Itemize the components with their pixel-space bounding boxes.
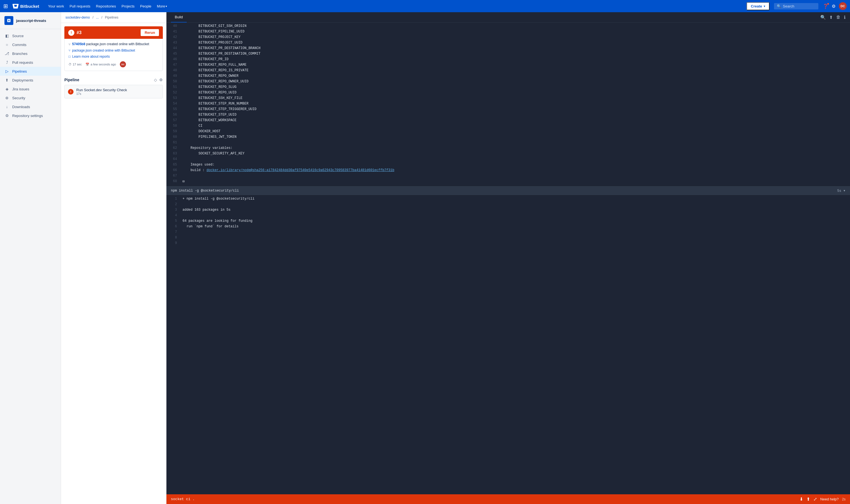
build-header: ! #3 Rerun — [64, 26, 163, 39]
sidebar-item-label: Pipelines — [12, 69, 27, 73]
scroll-up-icon[interactable]: ⬆ — [806, 497, 810, 502]
sidebar-item-branches[interactable]: ⎇ Branches — [0, 49, 61, 58]
build-meta: ⏱ 17 sec 📅 a few seconds ago DC — [69, 61, 159, 67]
pipeline-section-title: Pipeline — [64, 78, 79, 82]
create-chevron-icon: ▾ — [764, 5, 765, 8]
bottom-cmd: socket ci . — [171, 497, 796, 501]
calendar-icon: 📅 — [85, 62, 89, 66]
search-log-icon[interactable]: 🔍 — [820, 15, 826, 20]
sub-log-line: 9 — [167, 241, 850, 247]
commit-hash[interactable]: 57405b8 — [72, 42, 85, 46]
expand-icon[interactable]: ▾ — [843, 188, 846, 193]
expand-fullscreen-icon[interactable]: ⤢ — [813, 497, 817, 502]
pipeline-section: Pipeline ◇ ⚙ ! Run Socket.dev Security C… — [61, 74, 166, 102]
sidebar-item-label: Branches — [12, 52, 28, 56]
build-log-actions: 🔍 ⬆ 🗑 ℹ — [820, 15, 846, 20]
repo-icon — [4, 16, 13, 25]
delete-icon[interactable]: 🗑 — [836, 15, 840, 20]
log-line: 49 BITBUCKET_REPO_OWNER — [167, 74, 850, 79]
report-icon: □ — [69, 55, 70, 58]
breadcrumb-repo[interactable]: socketdev-demo — [66, 16, 90, 19]
sidebar-item-downloads[interactable]: ↓ Downloads — [0, 102, 61, 111]
search-bar[interactable]: 🔍 Search — [774, 3, 818, 10]
help-icon[interactable]: ❓ — [823, 4, 828, 9]
sidebar-item-commits[interactable]: ○ Commits — [0, 40, 61, 49]
rerun-button[interactable]: Rerun — [141, 29, 159, 36]
duration: ⏱ 17 sec — [69, 62, 82, 66]
notification-dot — [827, 3, 829, 5]
main-layout: javascript-threats ◧ Source ○ Commits ⎇ … — [0, 12, 850, 504]
build-avatar: DC — [120, 61, 126, 67]
step-time: 17s — [76, 92, 159, 95]
bottom-time: 2s — [842, 497, 846, 501]
nav-links: Your work Pull requests Repositories Pro… — [46, 3, 169, 10]
breadcrumb: socketdev-demo / ... / Pipelines — [61, 12, 166, 23]
build-card: ! #3 Rerun ⑂ 57405b8 package.json create… — [64, 26, 163, 71]
create-button[interactable]: Create ▾ — [747, 2, 769, 10]
log-line: 50 BITBUCKET_REPO_OWNER_UUID — [167, 79, 850, 85]
help-text[interactable]: Need help? — [820, 497, 839, 501]
build-title: ! #3 — [68, 30, 82, 36]
log-line: 65 Images used: — [167, 162, 850, 168]
sidebar-item-pull-requests[interactable]: ⤴ Pull requests — [0, 58, 61, 67]
bookmark-icon[interactable]: ◇ — [154, 78, 157, 82]
step-info: Run Socket.dev Security Check 17s — [76, 88, 159, 95]
sidebar-navigation: ◧ Source ○ Commits ⎇ Branches ⤴ Pull req… — [0, 29, 61, 122]
apps-icon[interactable]: ⊞ — [3, 3, 8, 10]
sidebar-item-label: Pull requests — [12, 60, 33, 65]
sidebar-item-pipelines[interactable]: ▷ Pipelines — [0, 67, 61, 76]
settings-icon[interactable]: ⚙ — [832, 4, 836, 9]
build-log-content[interactable]: 40 BITBUCKET_GIT_SSH_ORIGIN41 BITBUCKET_… — [167, 23, 850, 494]
nav-more[interactable]: More ▾ — [155, 3, 170, 10]
sub-log-line: 3added 163 packages in 5s — [167, 208, 850, 213]
step-bar[interactable]: npm install -g @socketsecurity/cli 5s ▾ — [167, 186, 850, 195]
sidebar-item-repo-settings[interactable]: ⚙ Repository settings — [0, 111, 61, 120]
jira-icon: ◈ — [4, 87, 10, 91]
nav-pull-requests[interactable]: Pull requests — [67, 3, 93, 10]
sidebar-item-label: Repository settings — [12, 114, 43, 118]
sub-log-line: 564 packages are looking for funding — [167, 219, 850, 224]
sidebar-item-jira[interactable]: ◈ Jira issues — [0, 85, 61, 93]
commit-icon: ⑂ — [69, 42, 70, 46]
log-line: 59 DOCKER_HOST — [167, 129, 850, 135]
sidebar-item-label: Deployments — [12, 78, 33, 82]
upload-icon[interactable]: ⬆ — [829, 15, 833, 20]
nav-projects[interactable]: Projects — [119, 3, 137, 10]
sidebar-item-source[interactable]: ◧ Source — [0, 31, 61, 40]
log-line: 40 BITBUCKET_GIT_SSH_ORIGIN — [167, 24, 850, 30]
info-icon[interactable]: ℹ — [844, 15, 846, 20]
build-link[interactable]: ⑂ package.json created online with Bitbu… — [69, 49, 159, 52]
log-line: 55 BITBUCKET_STEP_TRIGGERER_UUID — [167, 107, 850, 112]
scroll-down-icon[interactable]: ⬇ — [799, 497, 803, 502]
sidebar-item-security[interactable]: ⊕ Security — [0, 93, 61, 102]
log-line: 67 — [167, 174, 850, 179]
time-ago: 📅 a few seconds ago — [85, 62, 116, 66]
nav-repositories[interactable]: Repositories — [94, 3, 118, 10]
build-number: #3 — [76, 30, 82, 35]
log-line: 44 BITBUCKET_PR_DESTINATION_BRANCH — [167, 46, 850, 52]
repo-header: javascript-threats — [0, 12, 61, 29]
pipeline-settings-icon[interactable]: ⚙ — [159, 78, 163, 82]
sub-log-line: 2 — [167, 202, 850, 208]
build-report-link[interactable]: □ Learn more about reports — [69, 55, 159, 58]
sub-log-lines: 1+ npm install -g @socketsecurity/cli23a… — [167, 195, 850, 248]
log-line: 51 BITBUCKET_REPO_SLUG — [167, 85, 850, 90]
step-error-icon: ! — [68, 89, 73, 94]
nav-your-work[interactable]: Your work — [46, 3, 66, 10]
pipelines-icon: ▷ — [4, 69, 10, 73]
sidebar-item-deployments[interactable]: ⬆ Deployments — [0, 76, 61, 85]
log-line: 56 BITBUCKET_STEP_UUID — [167, 112, 850, 118]
sub-log-line: 4 — [167, 213, 850, 219]
breadcrumb-ellipsis[interactable]: ... — [96, 16, 99, 19]
log-line: 61 — [167, 140, 850, 146]
log-line: 52 BITBUCKET_REPO_UUID — [167, 90, 850, 96]
sub-log-line: 8 — [167, 235, 850, 241]
link-icon: ⑂ — [69, 49, 70, 52]
tab-build[interactable]: Build — [171, 12, 187, 22]
pipeline-step[interactable]: ! Run Socket.dev Security Check 17s — [64, 85, 163, 98]
bitbucket-logo[interactable]: Bitbucket — [13, 3, 39, 9]
settings-icon: ⚙ — [4, 113, 10, 118]
nav-people[interactable]: People — [138, 3, 153, 10]
log-line: 58 CI — [167, 124, 850, 129]
avatar[interactable]: DC — [839, 2, 847, 10]
